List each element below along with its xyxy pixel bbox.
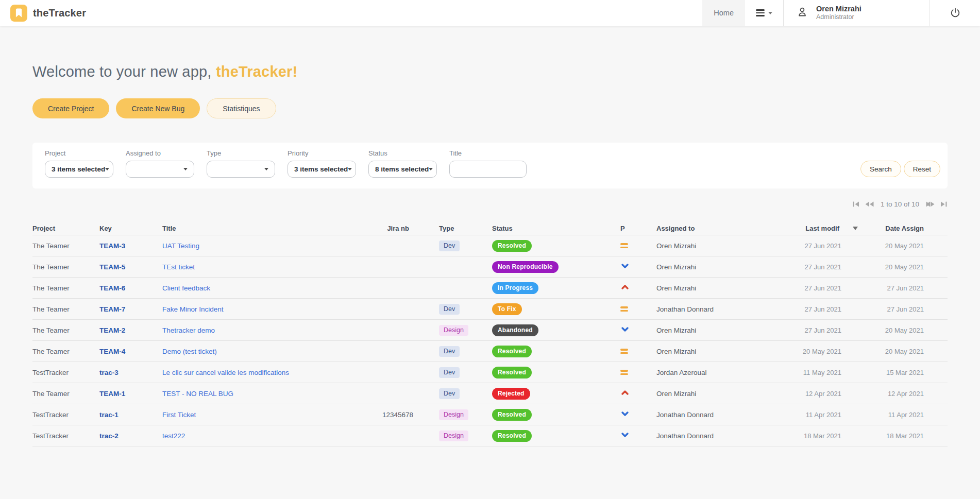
bug-title-link[interactable]: TEST - NO REAL BUG bbox=[162, 390, 233, 398]
column-header-label: Jira nb bbox=[387, 225, 409, 232]
page-title-text: Welcome to your new app, bbox=[32, 63, 216, 80]
bug-key-link[interactable]: TEAM-4 bbox=[99, 348, 125, 355]
bug-row: The TeamerTEAM-7Fake Minor IncidentDevTo… bbox=[32, 299, 948, 320]
filter-group-assigned-to: Assigned to bbox=[126, 149, 194, 178]
bug-key-link[interactable]: trac-3 bbox=[99, 369, 119, 376]
filter-group-type: Type bbox=[207, 149, 275, 178]
bug-key-link[interactable]: TEAM-1 bbox=[99, 390, 125, 398]
power-icon bbox=[950, 7, 961, 19]
cell-status: Resolved bbox=[492, 430, 620, 442]
bug-key-link[interactable]: TEAM-2 bbox=[99, 326, 125, 334]
cell-project: The Teamer bbox=[32, 326, 99, 334]
bug-row: The TeamerTEAM-1TEST - NO REAL BUGDevRej… bbox=[32, 383, 948, 404]
bug-row: TestTrackertrac-3Le clic sur cancel vali… bbox=[32, 362, 948, 383]
priority-high-icon bbox=[620, 388, 630, 397]
statistiques-button[interactable]: Statistiques bbox=[207, 98, 276, 118]
brand[interactable]: theTracker bbox=[10, 0, 86, 26]
cell-status: In Progress bbox=[492, 282, 620, 294]
type-badge: Dev bbox=[439, 240, 460, 251]
cell-project: The Teamer bbox=[32, 348, 99, 355]
column-header-assigned-to[interactable]: Assigned to bbox=[656, 225, 798, 232]
priority-medium-icon bbox=[620, 306, 656, 312]
filter-select-priority[interactable]: 3 items selected bbox=[288, 161, 356, 178]
filter-select-project[interactable]: 3 items selected bbox=[45, 161, 113, 178]
bug-title-link[interactable]: Demo (test ticket) bbox=[162, 348, 217, 355]
user-role: Administrator bbox=[816, 13, 861, 21]
bookmark-logo-icon bbox=[10, 5, 27, 22]
create-new-bug-button[interactable]: Create New Bug bbox=[116, 98, 200, 118]
filter-group-priority: Priority3 items selected bbox=[288, 149, 356, 178]
filter-input-title[interactable] bbox=[449, 161, 527, 178]
cell-last-modif: 20 May 2021 bbox=[798, 348, 870, 355]
priority-medium-icon bbox=[620, 243, 656, 248]
main-content: Welcome to your new app, theTracker! Cre… bbox=[0, 63, 980, 446]
create-project-button[interactable]: Create Project bbox=[32, 98, 109, 118]
bug-title-link[interactable]: test222 bbox=[162, 432, 185, 440]
table-header: ProjectKeyTitleJira nbTypeStatusPAssigne… bbox=[32, 221, 948, 235]
column-header-type[interactable]: Type bbox=[417, 225, 492, 232]
user-menu[interactable]: Oren Mizrahi Administrator bbox=[784, 0, 930, 26]
bug-title-link[interactable]: Client feedback bbox=[162, 284, 210, 292]
column-header-project[interactable]: Project bbox=[32, 225, 99, 232]
type-badge: Dev bbox=[439, 304, 460, 315]
bug-key-link[interactable]: TEAM-3 bbox=[99, 242, 125, 250]
status-badge: In Progress bbox=[492, 282, 538, 294]
type-badge: Dev bbox=[439, 367, 460, 378]
cell-date-assign: 27 Jun 2021 bbox=[870, 305, 948, 313]
cell-assigned-to: Jonathan Donnard bbox=[656, 305, 798, 313]
column-header-last-modif[interactable]: Last modif bbox=[798, 225, 870, 232]
cell-assigned-to: Oren Mizrahi bbox=[656, 263, 798, 271]
column-header-p[interactable]: P bbox=[620, 225, 656, 232]
type-badge: Dev bbox=[439, 346, 460, 357]
bug-key-link[interactable]: TEAM-5 bbox=[99, 263, 125, 271]
nav-home[interactable]: Home bbox=[702, 0, 745, 26]
previous-page-button[interactable] bbox=[865, 200, 874, 208]
bug-row: TestTrackertrac-2test222DesignResolvedJo… bbox=[32, 425, 948, 446]
cell-assigned-to: Jonathan Donnard bbox=[656, 411, 798, 419]
column-header-key[interactable]: Key bbox=[99, 225, 162, 232]
cell-assigned-to: Oren Mizrahi bbox=[656, 242, 798, 250]
status-badge: Rejected bbox=[492, 388, 530, 400]
bug-key-link[interactable]: TEAM-6 bbox=[99, 284, 125, 292]
bug-title-link[interactable]: TEst ticket bbox=[162, 263, 195, 271]
bug-row: The TeamerTEAM-6Client feedbackIn Progre… bbox=[32, 278, 948, 299]
bug-row: TestTrackertrac-1First Ticket12345678Des… bbox=[32, 404, 948, 425]
cell-type: Design bbox=[417, 325, 492, 336]
bug-title-link[interactable]: UAT Testing bbox=[162, 242, 199, 250]
cell-priority bbox=[620, 242, 656, 250]
bug-key-link[interactable]: trac-1 bbox=[99, 411, 119, 419]
filter-label-project: Project bbox=[45, 149, 113, 157]
filter-select-status[interactable]: 8 items selected bbox=[368, 161, 437, 178]
filter-label-title: Title bbox=[449, 149, 527, 157]
status-badge: Resolved bbox=[492, 240, 532, 252]
last-page-button[interactable] bbox=[940, 200, 948, 208]
filter-select-assigned-to[interactable] bbox=[126, 161, 194, 178]
filter-group-status: Status8 items selected bbox=[368, 149, 437, 178]
bug-key-link[interactable]: trac-2 bbox=[99, 432, 119, 440]
bug-title-link[interactable]: Fake Minor Incident bbox=[162, 305, 224, 313]
cell-priority bbox=[620, 409, 656, 420]
column-header-title[interactable]: Title bbox=[162, 225, 361, 232]
bug-key-link[interactable]: TEAM-7 bbox=[99, 305, 125, 313]
cell-type: Design bbox=[417, 431, 492, 441]
first-page-button[interactable] bbox=[852, 200, 860, 208]
bug-title-link[interactable]: First Ticket bbox=[162, 411, 196, 419]
filter-select-type[interactable] bbox=[207, 161, 275, 178]
bugs-table: ProjectKeyTitleJira nbTypeStatusPAssigne… bbox=[32, 221, 948, 446]
bug-title-link[interactable]: Thetracker demo bbox=[162, 326, 215, 334]
cell-project: The Teamer bbox=[32, 242, 99, 250]
nav-menu-button[interactable] bbox=[745, 0, 783, 26]
reset-button[interactable]: Reset bbox=[904, 161, 940, 177]
next-page-button[interactable] bbox=[925, 200, 935, 208]
column-header-date-assign[interactable]: Date Assign bbox=[870, 225, 948, 232]
cell-status: Resolved bbox=[492, 409, 620, 421]
cell-status: Rejected bbox=[492, 388, 620, 400]
pagination: 1 to 10 of 10 bbox=[32, 200, 948, 208]
bug-title-link[interactable]: Le clic sur cancel valide les modificati… bbox=[162, 369, 289, 376]
search-button[interactable]: Search bbox=[860, 161, 901, 177]
logout-button[interactable] bbox=[930, 0, 980, 26]
cell-status: Resolved bbox=[492, 367, 620, 378]
cell-priority bbox=[620, 283, 656, 293]
column-header-jira-nb[interactable]: Jira nb bbox=[361, 225, 417, 232]
column-header-status[interactable]: Status bbox=[492, 225, 620, 232]
